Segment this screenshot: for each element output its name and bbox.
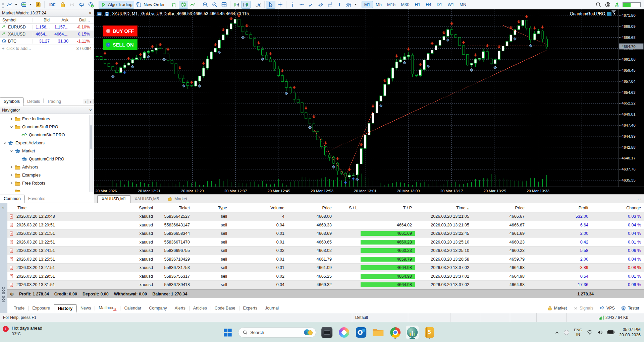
- taskbar-app-chrome[interactable]: [389, 326, 401, 339]
- history-row-55836643147[interactable]: 2026.03.20 13:20:51xauusd55836643147sell…: [7, 221, 644, 230]
- crosshair-button[interactable]: [275, 1, 285, 9]
- tree-item-partial[interactable]: [0, 187, 90, 192]
- navigator-scrollbar[interactable]: [89, 115, 93, 192]
- start-button[interactable]: [221, 326, 234, 339]
- toolbox-tab-company[interactable]: Company: [145, 304, 171, 312]
- tree-expand-icon[interactable]: [9, 174, 13, 177]
- panel-toggle-vps[interactable]: VPS: [599, 305, 615, 311]
- market-watch-tab-symbols[interactable]: Symbols: [0, 97, 23, 106]
- tree-item-quantumstuff-pro[interactable]: QuantumStuff PRO: [0, 131, 90, 139]
- history-row-55836642527[interactable]: 2026.03.20 13:20:48xauusd55836642527sell…: [7, 212, 644, 221]
- timeframe-mn-button[interactable]: MN: [457, 1, 469, 8]
- weather-widget[interactable]: 1 Hot days ahead 33°C: [3, 326, 42, 336]
- history-row-55836755317[interactable]: 2026.03.20 13:29:51xauusd55836755317sell…: [7, 272, 644, 281]
- taskbar-search[interactable]: Search: [238, 327, 316, 338]
- history-col-symbol-1[interactable]: Symbol: [76, 206, 156, 210]
- chart-tab-market[interactable]: Market: [163, 195, 191, 203]
- shift-back-button[interactable]: [241, 1, 251, 9]
- fibo-button[interactable]: [325, 1, 335, 9]
- tree-expand-icon[interactable]: [9, 166, 13, 168]
- history-table-header[interactable]: TimeSymbolTicketTypeVolumePriceS / LT / …: [7, 204, 644, 212]
- dropdown-caret-icon[interactable]: [29, 4, 32, 5]
- history-col-volume-4[interactable]: Volume: [230, 206, 287, 210]
- timeframe-d1-button[interactable]: D1: [434, 1, 445, 8]
- panel-toggle-tester[interactable]: Tester: [621, 305, 639, 311]
- tree-item-quantumstuff-pro[interactable]: QuantumStuff PRO: [0, 123, 90, 131]
- toolbox-tab-trade[interactable]: Trade: [10, 304, 28, 312]
- line-chart-button[interactable]: [188, 1, 198, 9]
- history-row-55836658344[interactable]: 2026.03.20 13:21:51xauusd55836658344sell…: [7, 229, 644, 238]
- taskbar-app-copilot[interactable]: [337, 326, 350, 339]
- clock[interactable]: 05:07 PM 20-03-2026: [619, 327, 641, 338]
- chart-canvas[interactable]: 4671.504669.094666.684664.274661.864659.…: [94, 9, 644, 194]
- tab-scroll-left-icon[interactable]: ‹: [638, 197, 639, 202]
- search-button[interactable]: [594, 1, 603, 9]
- history-row-55836696755[interactable]: 2026.03.20 13:24:51xauusd55836696755sell…: [7, 247, 644, 255]
- market-watch-tab-trading[interactable]: Trading: [44, 98, 64, 106]
- close-icon[interactable]: ×: [89, 11, 92, 15]
- tray-app-icon[interactable]: [564, 330, 569, 335]
- history-row-55836710429[interactable]: 2026.03.20 13:25:51xauusd55836710429sell…: [7, 255, 644, 264]
- taskbar-app-office5[interactable]: 5: [423, 326, 436, 339]
- chart-tab-xauusd-m1[interactable]: XAUUSD,M1: [97, 195, 130, 203]
- market-watch-column-header[interactable]: SymbolBidAskDail...: [0, 17, 94, 24]
- tree-item-expert-advisors[interactable]: Expert Advisors: [0, 139, 90, 147]
- tree-expand-icon[interactable]: [9, 182, 13, 185]
- toolbox-tab-journal[interactable]: Journal: [261, 304, 282, 312]
- dollar-button[interactable]: $: [34, 1, 43, 9]
- history-col-change-11[interactable]: Change: [591, 206, 644, 210]
- cloud-button[interactable]: [77, 1, 86, 9]
- history-col-time-0[interactable]: Time: [7, 206, 76, 210]
- tree-item-advisors[interactable]: Advisors: [0, 163, 90, 171]
- expand-icon[interactable]: ⊕: [10, 291, 14, 296]
- text-tool-button[interactable]: [335, 1, 344, 9]
- battery-icon[interactable]: [607, 330, 614, 334]
- toolbox-tab-exposure[interactable]: Exposure: [29, 304, 54, 312]
- sell-on-button[interactable]: ↑ SELL ON: [103, 39, 138, 50]
- account-button[interactable]: [603, 1, 612, 9]
- search-highlights-icon[interactable]: [304, 328, 314, 336]
- toolbox-tab-news[interactable]: News: [77, 304, 95, 312]
- tree-item-market[interactable]: Market: [0, 147, 90, 155]
- market-watch-row-btc[interactable]: BTC 31.2731.30 -1.11%: [0, 38, 94, 45]
- shapes-button[interactable]: [344, 1, 359, 9]
- wifi-icon[interactable]: [587, 330, 593, 335]
- navigator-tab-favorites[interactable]: Favorites: [25, 195, 49, 203]
- market-watch-tab-details[interactable]: Details: [24, 98, 43, 106]
- vline-button[interactable]: [288, 1, 297, 9]
- navigator-tab-common[interactable]: Common: [0, 195, 24, 203]
- toolbox-tab-history[interactable]: History: [54, 304, 76, 313]
- market-bag-button[interactable]: [58, 1, 67, 9]
- market-watch-row-eurusd[interactable]: EURUSD 1.156...1.157... -0.10%: [0, 24, 94, 31]
- play-button[interactable]: Algo Trading: [99, 1, 134, 9]
- language-indicator[interactable]: ENG IN: [574, 328, 582, 337]
- chevron-down-icon[interactable]: ▾: [613, 12, 615, 15]
- lvl-button[interactable]: LVL: [612, 1, 622, 9]
- tile-windows-button[interactable]: [219, 1, 229, 9]
- tree-item-free-robots[interactable]: Free Robots: [0, 179, 90, 187]
- chart-list-icon[interactable]: [97, 11, 102, 16]
- timeframe-m15-button[interactable]: M15: [384, 1, 398, 8]
- history-col-t-p-7[interactable]: T / P: [361, 206, 415, 210]
- chart-save-icon[interactable]: [104, 11, 110, 16]
- channel-button[interactable]: [316, 1, 325, 9]
- cursor-button[interactable]: [266, 1, 275, 9]
- timeframe-m1-button[interactable]: M1: [362, 1, 373, 8]
- tree-item-quantumgrid-pro[interactable]: QuantumGrid PRO: [0, 155, 90, 163]
- buy-off-button[interactable]: BUY OFF: [103, 25, 138, 37]
- price-chart[interactable]: 4671.504669.094666.684664.274661.864659.…: [94, 9, 644, 194]
- taskbar-app-outlook[interactable]: [355, 326, 367, 339]
- tree-item-examples[interactable]: Examples: [0, 171, 90, 179]
- tree-expand-icon[interactable]: [9, 150, 13, 152]
- taskbar-app-dark-app[interactable]: [320, 326, 333, 339]
- tab-scroll-left-icon[interactable]: ◂: [83, 99, 88, 104]
- hline-button[interactable]: [297, 1, 307, 9]
- toolbox-tab-code-base[interactable]: Code Base: [211, 304, 239, 312]
- tree-expand-icon[interactable]: [3, 142, 7, 144]
- market-watch-row-xauusd[interactable]: XAUUSD 4664....4664.... 0.15%: [0, 31, 94, 38]
- tab-scroll-right-icon[interactable]: ▸: [89, 99, 94, 104]
- tray-chevron-up-icon[interactable]: [555, 331, 559, 334]
- toolbox-tab-mailbox[interactable]: Mailbox11: [95, 304, 120, 313]
- history-row-55836671470[interactable]: 2026.03.20 13:22:51xauusd55836671470sell…: [7, 238, 644, 247]
- radar-add-button[interactable]: [86, 1, 96, 9]
